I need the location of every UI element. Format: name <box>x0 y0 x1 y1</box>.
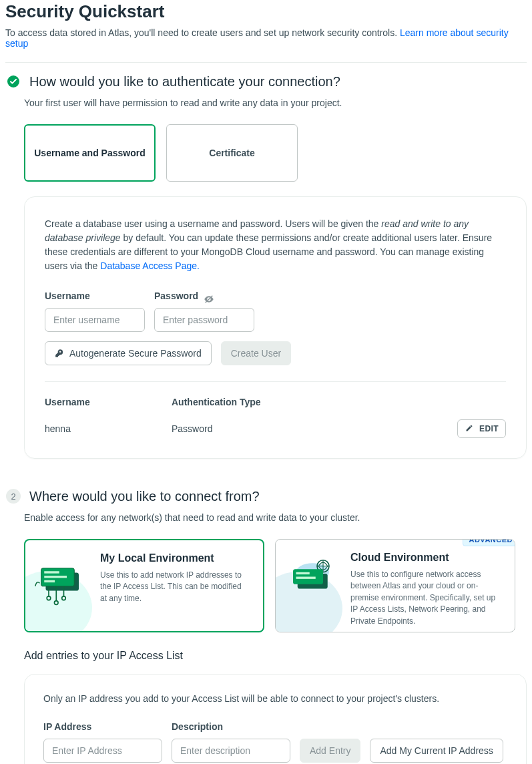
svg-point-11 <box>54 601 58 605</box>
env-cloud-desc: Use this to configure network access bet… <box>350 569 501 627</box>
password-label: Password <box>154 291 198 301</box>
step2-title: Where would you like to connect from? <box>29 489 260 504</box>
env-card-cloud[interactable]: ADVANCED Cloud Environment Use this to c… <box>275 539 515 632</box>
svg-rect-6 <box>44 580 55 582</box>
local-env-illustration <box>25 540 97 631</box>
step1-title: How would you like to authenticate your … <box>29 74 340 89</box>
ip-access-card: Only an IP address you add to your Acces… <box>24 674 527 764</box>
edit-label: EDIT <box>479 424 499 433</box>
pencil-icon <box>465 424 474 433</box>
intro-copy: To access data stored in Atlas, you'll n… <box>5 27 400 38</box>
autogenerate-password-button[interactable]: Autogenerate Secure Password <box>45 341 212 365</box>
step-2-indicator: 2 <box>5 488 21 504</box>
col-username: Username <box>45 397 172 407</box>
desc-part1: Create a database user using a username … <box>45 218 381 229</box>
divider <box>45 381 506 382</box>
user-row: henna Password EDIT <box>45 419 506 438</box>
database-access-link[interactable]: Database Access Page. <box>100 260 200 271</box>
cloud-env-illustration <box>276 540 348 632</box>
intro-text: To access data stored in Atlas, you'll n… <box>5 27 527 63</box>
step2-subtitle: Enable access for any network(s) that ne… <box>24 512 527 523</box>
iplist-desc: Only an IP address you add to your Acces… <box>43 693 507 704</box>
add-current-ip-button[interactable]: Add My Current IP Address <box>370 739 503 763</box>
tab-username-password[interactable]: Username and Password <box>24 124 156 182</box>
env-local-title: My Local Environment <box>100 552 250 564</box>
user-row-authtype: Password <box>172 423 453 434</box>
svg-rect-20 <box>296 577 316 579</box>
key-icon <box>55 349 64 358</box>
svg-point-10 <box>47 596 51 600</box>
description-input[interactable] <box>172 739 290 763</box>
svg-rect-4 <box>44 571 59 573</box>
env-card-local[interactable]: My Local Environment Use this to add net… <box>24 539 264 632</box>
user-setup-card: Create a database user using a username … <box>24 196 527 459</box>
username-label: Username <box>45 291 145 301</box>
iplist-title: Add entries to your IP Access List <box>24 650 527 662</box>
eye-off-icon[interactable] <box>204 294 214 305</box>
check-circle-icon <box>5 73 21 89</box>
svg-rect-5 <box>44 576 67 578</box>
svg-point-12 <box>62 596 66 600</box>
add-entry-button: Add Entry <box>300 739 360 763</box>
user-setup-description: Create a database user using a username … <box>45 217 506 273</box>
user-row-username: henna <box>45 423 172 434</box>
ip-address-label: IP Address <box>43 721 162 732</box>
tab-certificate[interactable]: Certificate <box>166 124 298 182</box>
env-cloud-title: Cloud Environment <box>350 552 501 564</box>
description-label: Description <box>172 721 290 732</box>
password-input[interactable] <box>154 308 254 332</box>
col-authtype: Authentication Type <box>172 397 453 407</box>
username-input[interactable] <box>45 308 145 332</box>
step-number: 2 <box>6 489 21 504</box>
autogen-label: Autogenerate Secure Password <box>69 348 202 359</box>
page-title: Security Quickstart <box>5 1 527 22</box>
user-table-header: Username Authentication Type <box>45 397 506 407</box>
svg-rect-19 <box>296 572 310 574</box>
create-user-button: Create User <box>221 341 291 365</box>
env-local-desc: Use this to add network IP addresses to … <box>100 570 250 604</box>
step1-subtitle: Your first user will have permission to … <box>24 98 527 108</box>
edit-user-button[interactable]: EDIT <box>457 419 506 438</box>
advanced-badge: ADVANCED <box>463 539 515 546</box>
ip-address-input[interactable] <box>43 739 162 763</box>
